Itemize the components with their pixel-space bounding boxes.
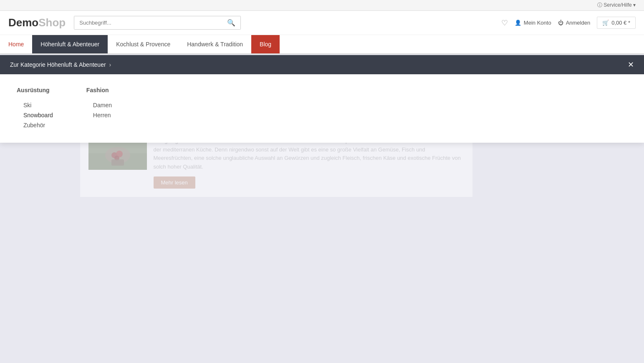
header-actions: ♡ 👤 Mein Konto ⏻ Anmelden 🛒 0,00 € *	[501, 17, 636, 29]
mein-konto-button[interactable]: 👤 Mein Konto	[515, 20, 551, 26]
search-button[interactable]: 🔍	[222, 16, 240, 29]
dropdown-item-herren[interactable]: Herren	[86, 110, 112, 120]
dropdown-item-snowboard[interactable]: Snowboard	[17, 110, 53, 120]
nav-item-handwerk[interactable]: Handwerk & Tradition	[179, 35, 251, 53]
col-heading-ausruestung: Ausrüstung	[17, 87, 53, 93]
mega-dropdown-content: Ausrüstung Ski Snowboard Zubehör Fashion…	[0, 74, 644, 143]
mega-dropdown-header: Zur Kategorie Höhenluft & Abenteuer › ✕	[0, 55, 644, 74]
wishlist-button[interactable]: ♡	[501, 18, 508, 28]
service-hilfe-link[interactable]: ⓘ Service/Hilfe ▾	[597, 2, 636, 8]
search-icon: 🔍	[227, 19, 235, 26]
cart-icon: 🛒	[602, 20, 609, 26]
chevron-icon: ›	[109, 61, 111, 68]
dropdown-item-zubehoer[interactable]: Zubehör	[17, 120, 53, 130]
nav-item-hoehenluft[interactable]: Höhenluft & Abenteuer	[32, 35, 108, 53]
category-link[interactable]: Zur Kategorie Höhenluft & Abenteuer ›	[10, 61, 111, 68]
logo-shop: Shop	[38, 16, 66, 29]
nav-item-blog[interactable]: Blog	[251, 35, 280, 53]
dropdown-close-button[interactable]: ✕	[628, 60, 634, 69]
logo[interactable]: DemoShop	[8, 16, 66, 29]
nav-item-kochlust[interactable]: Kochlust & Provence	[108, 35, 179, 53]
mega-dropdown: Zur Kategorie Höhenluft & Abenteuer › ✕ …	[0, 55, 644, 143]
logo-demo: Demo	[8, 16, 38, 29]
mega-col-ausruestung: Ausrüstung Ski Snowboard Zubehör	[17, 87, 53, 130]
nav-item-home[interactable]: Home	[0, 35, 32, 53]
user-icon: 👤	[515, 20, 521, 26]
svg-rect-6	[111, 159, 124, 166]
service-chevron-icon: ▾	[633, 2, 636, 8]
category-link-text: Zur Kategorie Höhenluft & Abenteuer	[10, 61, 106, 68]
anmelden-button[interactable]: ⏻ Anmelden	[558, 20, 591, 26]
top-bar: ⓘ Service/Hilfe ▾	[0, 0, 644, 11]
dropdown-item-ski[interactable]: Ski	[17, 100, 53, 110]
power-icon: ⏻	[558, 20, 563, 26]
mega-col-fashion: Fashion Damen Herren	[86, 87, 112, 130]
search-input[interactable]	[74, 16, 222, 29]
col-heading-fashion: Fashion	[86, 87, 112, 93]
search-bar: 🔍	[74, 16, 241, 30]
dropdown-item-damen[interactable]: Damen	[86, 100, 112, 110]
cart-button[interactable]: 🛒 0,00 € *	[597, 17, 636, 29]
mehr-lesen-button[interactable]: Mehr lesen	[154, 176, 195, 189]
header: DemoShop 🔍 ♡ 👤 Mein Konto ⏻ Anmelden 🛒 0…	[0, 11, 644, 35]
nav-bar: Home Höhenluft & Abenteuer Kochlust & Pr…	[0, 35, 644, 54]
question-icon: ⓘ	[597, 2, 604, 8]
